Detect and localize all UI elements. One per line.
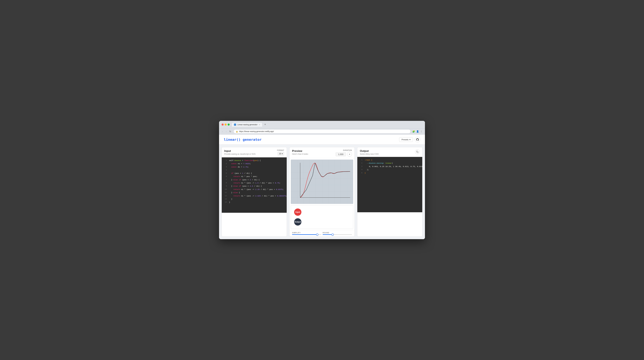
back-button[interactable]: ‹ xyxy=(222,130,224,133)
round-slider-fill xyxy=(323,234,332,235)
browser-window: Linear easing generator ✕ + ‹ › ↻ 🔒 http… xyxy=(219,121,425,239)
code-line-6: 6 return n1 * pos * pos; xyxy=(222,175,287,178)
browser-toolbar: 🧩 👤 ⋮ xyxy=(412,130,422,133)
preview-panel-subtitle: Here's how it looks: xyxy=(292,153,308,155)
duration-label: DURATION xyxy=(343,150,352,151)
code-line-5: 5 if (pos < 1 / d1) { xyxy=(222,172,287,175)
app-content: linear() generator Presets ▾ Inp xyxy=(219,135,425,239)
tab-close-button[interactable]: ✕ xyxy=(259,124,260,126)
code-line-2: 2 const n1 = 7.5625; xyxy=(222,162,287,165)
duration-control: DURATION ⏸ xyxy=(336,150,352,157)
profile-button[interactable]: 👤 xyxy=(416,130,419,133)
output-line-1: 1 :root { xyxy=(357,159,422,162)
main-layout: Input Provide easing as JavaScript or SV… xyxy=(219,145,425,239)
minimize-button[interactable] xyxy=(224,124,227,126)
forward-button[interactable]: › xyxy=(225,130,227,133)
refresh-button[interactable]: ↻ xyxy=(229,130,232,133)
maximize-button[interactable] xyxy=(228,124,230,126)
title-bar: Linear easing generator ✕ + xyxy=(219,121,425,128)
output-ball-label: Output xyxy=(294,221,301,223)
code-line-9: 9 } else if (pos < 2.5 / d1) { xyxy=(222,184,287,188)
pause-icon: ⏸ xyxy=(349,154,350,155)
easing-chart xyxy=(291,160,353,204)
sliders-area: SIMPLIFY ROUND xyxy=(290,230,354,236)
duration-controls: ⏸ xyxy=(336,152,352,157)
traffic-lights xyxy=(222,124,230,126)
input-panel: Input Provide easing as JavaScript or SV… xyxy=(222,147,287,237)
code-line-10: 10 return n1 * (pos -= 2.25 / d1) * pos … xyxy=(222,188,287,191)
input-ball-label: Input xyxy=(296,211,300,213)
round-slider-group: ROUND xyxy=(323,232,352,235)
menu-button[interactable]: ⋮ xyxy=(420,130,422,133)
input-ball: Input xyxy=(294,208,302,216)
output-line-2: 2 --bounce-easing: linear( xyxy=(357,162,422,165)
animation-area: Input Output xyxy=(291,205,353,229)
header-right: Presets ▾ xyxy=(399,137,420,142)
app-header: linear() generator Presets ▾ xyxy=(219,135,425,145)
round-label: ROUND xyxy=(323,232,352,234)
svg-rect-3 xyxy=(417,152,418,153)
app-logo: linear() generator xyxy=(224,138,262,142)
round-slider-thumb[interactable] xyxy=(332,233,334,236)
presets-label: Presets xyxy=(402,138,408,141)
url-text: https://linear-easing-generator.netlify.… xyxy=(239,130,274,133)
output-ball: Output xyxy=(294,218,302,225)
format-label: FORMAT xyxy=(277,150,284,151)
chart-svg xyxy=(291,160,353,204)
active-tab[interactable]: Linear easing generator ✕ xyxy=(232,122,262,127)
format-selector: FORMAT JS ▾ xyxy=(277,150,284,156)
input-panel-title: Input xyxy=(224,150,256,153)
output-panel-header: Output Some shiny new CSS! xyxy=(357,147,422,157)
copy-button[interactable] xyxy=(415,150,420,154)
simplify-slider-thumb[interactable] xyxy=(316,233,318,236)
code-editor[interactable]: 1 self.bounce = function(pos) { 2 const … xyxy=(222,157,287,213)
code-line-13: 13 } xyxy=(222,197,287,201)
github-button[interactable] xyxy=(415,137,420,142)
code-line-8: 8 return n1 * (pos -= 1.5 / d1) * pos + … xyxy=(222,181,287,184)
output-panel-title: Output xyxy=(360,150,379,153)
preview-panel-title: Preview xyxy=(292,150,308,153)
code-line-1: 1 self.bounce = function(pos) { xyxy=(222,159,287,162)
tab-bar: Linear easing generator ✕ + xyxy=(232,122,417,127)
chevron-down-icon: ▾ xyxy=(410,138,410,141)
lock-icon: 🔒 xyxy=(236,131,238,133)
tab-favicon xyxy=(234,124,236,126)
duration-input[interactable] xyxy=(336,152,346,156)
input-panel-subtitle: Provide easing as JavaScript or SVG xyxy=(224,153,256,155)
simplify-slider-group: SIMPLIFY xyxy=(292,232,321,235)
tab-title: Linear easing generator xyxy=(238,124,258,126)
simplify-slider-track xyxy=(292,234,321,235)
output-line-3: 3 0, 0.063, 0.25 18.2%, 1 36.4%, 0.813, … xyxy=(357,165,422,168)
preview-panel-header: Preview Here's how it looks: DURATION ⏸ xyxy=(290,147,354,158)
github-icon xyxy=(416,138,419,141)
input-panel-header: Input Provide easing as JavaScript or SV… xyxy=(222,147,287,157)
code-line-7: 7 } else if (pos < 2 / d1) { xyxy=(222,178,287,181)
code-line-14: 14 } xyxy=(222,201,287,204)
pause-button[interactable]: ⏸ xyxy=(347,152,352,157)
simplify-slider-fill xyxy=(292,234,316,235)
format-value: JS xyxy=(279,153,281,155)
output-panel: Output Some shiny new CSS! 1 :root { xyxy=(357,147,422,237)
preview-panel: Preview Here's how it looks: DURATION ⏸ xyxy=(289,147,355,237)
address-input[interactable]: 🔒 https://linear-easing-generator.netlif… xyxy=(234,129,411,134)
extensions-button[interactable]: 🧩 xyxy=(412,130,415,133)
code-line-12: 12 return n1 * (pos -= 2.625 / d1) * pos… xyxy=(222,194,287,197)
close-button[interactable] xyxy=(222,124,224,126)
round-slider-track xyxy=(323,234,352,235)
output-line-4: 4 ); xyxy=(357,168,422,171)
chevron-down-icon: ▾ xyxy=(282,153,283,155)
copy-icon xyxy=(416,151,418,153)
presets-button[interactable]: Presets ▾ xyxy=(399,137,413,142)
new-tab-button[interactable]: + xyxy=(264,123,267,126)
output-code: 1 :root { 2 --bounce-easing: linear( 3 0… xyxy=(357,157,422,212)
output-panel-subtitle: Some shiny new CSS! xyxy=(360,153,379,155)
code-line-3: 3 const d1 = 2.75; xyxy=(222,166,287,169)
address-bar: ‹ › ↻ 🔒 https://linear-easing-generator.… xyxy=(219,128,425,135)
output-line-5: 5 } xyxy=(357,172,422,175)
code-line-11: 11 } else { xyxy=(222,191,287,194)
format-select[interactable]: JS ▾ xyxy=(278,152,284,156)
code-line-4: 4 xyxy=(222,169,287,172)
